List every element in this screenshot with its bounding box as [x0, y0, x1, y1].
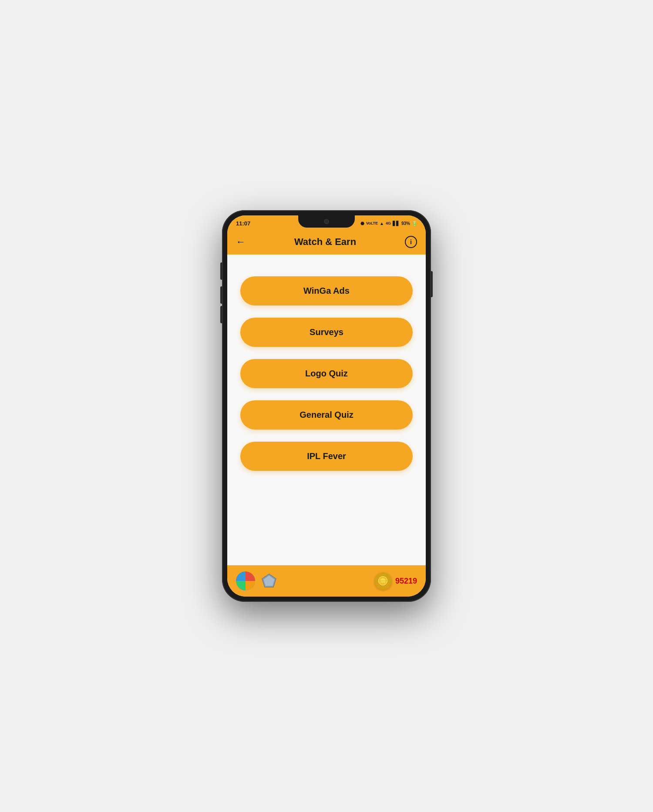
- menu-button-winga-ads[interactable]: WinGa Ads: [240, 276, 413, 305]
- top-bar: ← Watch & Earn i: [227, 229, 426, 255]
- avatar[interactable]: [236, 571, 255, 591]
- pentagon-svg: [261, 573, 277, 589]
- network-icon: 4G: [386, 221, 391, 225]
- bottom-left-icons: [236, 571, 278, 591]
- status-icons: ⬣ VoLTE ▲ 4G ▋▋ 93% 🔋: [360, 221, 417, 226]
- camera: [324, 219, 329, 224]
- page-title: Watch & Earn: [294, 236, 356, 248]
- avatar-image: [236, 571, 255, 591]
- coin-icon: 🪙: [374, 572, 392, 590]
- menu-button-surveys[interactable]: Surveys: [240, 318, 413, 347]
- info-button[interactable]: i: [405, 236, 417, 248]
- battery-icon: 🔋: [412, 221, 417, 226]
- menu-button-ipl-fever[interactable]: IPL Fever: [240, 442, 413, 471]
- status-time: 11:07: [236, 220, 250, 227]
- signal-bars-icon: ▋▋: [393, 221, 400, 226]
- battery-level: 93%: [401, 221, 410, 226]
- info-icon: i: [410, 238, 412, 245]
- signal-icon: ▲: [380, 221, 384, 226]
- bottom-bar: 🪙 95219: [227, 565, 426, 597]
- coin-count: 95219: [395, 577, 417, 586]
- notch: [298, 215, 355, 228]
- phone-frame: 11:07 ⬣ VoLTE ▲ 4G ▋▋ 93% 🔋 ← Watch & Ea…: [222, 210, 431, 602]
- phone-screen: 11:07 ⬣ VoLTE ▲ 4G ▋▋ 93% 🔋 ← Watch & Ea…: [227, 215, 426, 597]
- back-button[interactable]: ←: [236, 236, 246, 248]
- menu-button-logo-quiz[interactable]: Logo Quiz: [240, 359, 413, 388]
- menu-button-general-quiz[interactable]: General Quiz: [240, 400, 413, 429]
- volte-icon: VoLTE: [366, 221, 378, 225]
- bluetooth-icon: ⬣: [360, 221, 364, 226]
- bottom-right-coins: 🪙 95219: [374, 572, 417, 590]
- badge-icon[interactable]: [260, 572, 278, 590]
- main-content: WinGa AdsSurveysLogo QuizGeneral QuizIPL…: [227, 255, 426, 565]
